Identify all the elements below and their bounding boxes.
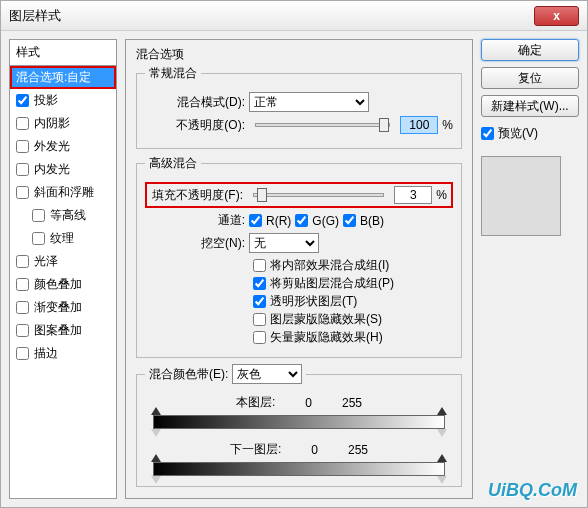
style-checkbox[interactable]: [16, 140, 29, 153]
knockout-label: 挖空(N):: [145, 235, 245, 252]
advanced-option-checkbox[interactable]: [253, 331, 266, 344]
channel-b-checkbox[interactable]: [343, 214, 356, 227]
advanced-option-checkbox[interactable]: [253, 313, 266, 326]
styles-header: 样式: [10, 40, 116, 66]
preview-checkbox[interactable]: [481, 127, 494, 140]
watermark: UiBQ.CoM: [488, 480, 577, 501]
fill-opacity-label: 填充不透明度(F):: [151, 187, 243, 204]
style-checkbox[interactable]: [16, 324, 29, 337]
next-layer-min: 0: [311, 443, 318, 457]
percent-label: %: [436, 188, 447, 202]
advanced-option-row: 将内部效果混合成组(I): [253, 257, 453, 274]
advanced-blending-legend: 高级混合: [145, 155, 201, 172]
advanced-option-checkbox[interactable]: [253, 295, 266, 308]
channel-g-label: G(G): [312, 214, 339, 228]
style-checkbox[interactable]: [16, 301, 29, 314]
style-label: 等高线: [50, 207, 86, 224]
style-label: 内阴影: [34, 115, 70, 132]
blend-mode-label: 混合模式(D):: [145, 94, 245, 111]
advanced-option-checkbox[interactable]: [253, 259, 266, 272]
style-label: 纹理: [50, 230, 74, 247]
opacity-input[interactable]: [400, 116, 438, 134]
percent-label: %: [442, 118, 453, 132]
style-label: 内发光: [34, 161, 70, 178]
advanced-option-row: 图层蒙版隐藏效果(S): [253, 311, 453, 328]
advanced-option-checkbox[interactable]: [253, 277, 266, 290]
advanced-blending-group: 高级混合 填充不透明度(F): % 通道: R(R) G(G) B(B) 挖空(…: [136, 155, 462, 358]
style-checkbox[interactable]: [32, 209, 45, 222]
fill-opacity-input[interactable]: [394, 186, 432, 204]
styles-item[interactable]: 图案叠加: [10, 319, 116, 342]
advanced-option-row: 矢量蒙版隐藏效果(H): [253, 329, 453, 346]
style-label: 外发光: [34, 138, 70, 155]
style-checkbox[interactable]: [32, 232, 45, 245]
options-panel: 混合选项 常规混合 混合模式(D): 正常 不透明度(O): % 高级混合 填充…: [125, 39, 473, 499]
advanced-option-label: 将内部效果混合成组(I): [270, 257, 389, 274]
channels-label: 通道:: [145, 212, 245, 229]
styles-item[interactable]: 光泽: [10, 250, 116, 273]
window-title: 图层样式: [9, 7, 534, 25]
next-layer-max: 255: [348, 443, 368, 457]
options-title: 混合选项: [136, 46, 462, 63]
advanced-option-label: 矢量蒙版隐藏效果(H): [270, 329, 383, 346]
styles-list: 混合选项:自定 投影内阴影外发光内发光斜面和浮雕等高线纹理光泽颜色叠加渐变叠加图…: [10, 66, 116, 365]
ok-button[interactable]: 确定: [481, 39, 579, 61]
style-label: 颜色叠加: [34, 276, 82, 293]
styles-item[interactable]: 斜面和浮雕: [10, 181, 116, 204]
blend-mode-select[interactable]: 正常: [249, 92, 369, 112]
styles-item[interactable]: 颜色叠加: [10, 273, 116, 296]
style-checkbox[interactable]: [16, 278, 29, 291]
advanced-option-row: 透明形状图层(T): [253, 293, 453, 310]
styles-item-blending-options[interactable]: 混合选项:自定: [10, 66, 116, 89]
opacity-slider[interactable]: [255, 123, 390, 127]
styles-panel: 样式 混合选项:自定 投影内阴影外发光内发光斜面和浮雕等高线纹理光泽颜色叠加渐变…: [9, 39, 117, 499]
style-checkbox[interactable]: [16, 163, 29, 176]
blend-if-select[interactable]: 灰色: [232, 364, 302, 384]
styles-item[interactable]: 等高线: [10, 204, 116, 227]
channel-r-label: R(R): [266, 214, 291, 228]
style-label: 光泽: [34, 253, 58, 270]
channel-g-checkbox[interactable]: [295, 214, 308, 227]
styles-item[interactable]: 纹理: [10, 227, 116, 250]
styles-item[interactable]: 内阴影: [10, 112, 116, 135]
style-checkbox[interactable]: [16, 347, 29, 360]
this-layer-label: 本图层:: [236, 394, 275, 411]
styles-item[interactable]: 渐变叠加: [10, 296, 116, 319]
styles-item[interactable]: 投影: [10, 89, 116, 112]
style-checkbox[interactable]: [16, 255, 29, 268]
styles-item[interactable]: 描边: [10, 342, 116, 365]
style-checkbox[interactable]: [16, 117, 29, 130]
advanced-option-row: 将剪贴图层混合成组(P): [253, 275, 453, 292]
styles-item[interactable]: 内发光: [10, 158, 116, 181]
close-button[interactable]: x: [534, 6, 579, 26]
this-layer-max: 255: [342, 396, 362, 410]
style-label: 渐变叠加: [34, 299, 82, 316]
style-label: 图案叠加: [34, 322, 82, 339]
style-label: 投影: [34, 92, 58, 109]
channel-r-checkbox[interactable]: [249, 214, 262, 227]
general-blending-group: 常规混合 混合模式(D): 正常 不透明度(O): %: [136, 65, 462, 149]
knockout-select[interactable]: 无: [249, 233, 319, 253]
next-layer-gradient[interactable]: [153, 462, 445, 476]
layer-style-dialog: 图层样式 x 样式 混合选项:自定 投影内阴影外发光内发光斜面和浮雕等高线纹理光…: [0, 0, 588, 508]
advanced-option-label: 将剪贴图层混合成组(P): [270, 275, 394, 292]
style-checkbox[interactable]: [16, 94, 29, 107]
titlebar: 图层样式 x: [1, 1, 587, 31]
opacity-label: 不透明度(O):: [145, 117, 245, 134]
blend-if-group: 混合颜色带(E): 灰色 本图层: 0 255 下一图层: 0 255: [136, 364, 462, 487]
reset-button[interactable]: 复位: [481, 67, 579, 89]
preview-label: 预览(V): [498, 125, 538, 142]
right-panel: 确定 复位 新建样式(W)... 预览(V): [481, 39, 579, 499]
channel-b-label: B(B): [360, 214, 384, 228]
styles-item[interactable]: 外发光: [10, 135, 116, 158]
new-style-button[interactable]: 新建样式(W)...: [481, 95, 579, 117]
general-blending-legend: 常规混合: [145, 65, 201, 82]
fill-opacity-slider[interactable]: [253, 193, 384, 197]
this-layer-gradient[interactable]: [153, 415, 445, 429]
style-checkbox[interactable]: [16, 186, 29, 199]
advanced-option-label: 图层蒙版隐藏效果(S): [270, 311, 382, 328]
next-layer-label: 下一图层:: [230, 441, 281, 458]
blend-if-legend: 混合颜色带(E): 灰色: [145, 364, 306, 384]
style-label: 斜面和浮雕: [34, 184, 94, 201]
style-label: 描边: [34, 345, 58, 362]
